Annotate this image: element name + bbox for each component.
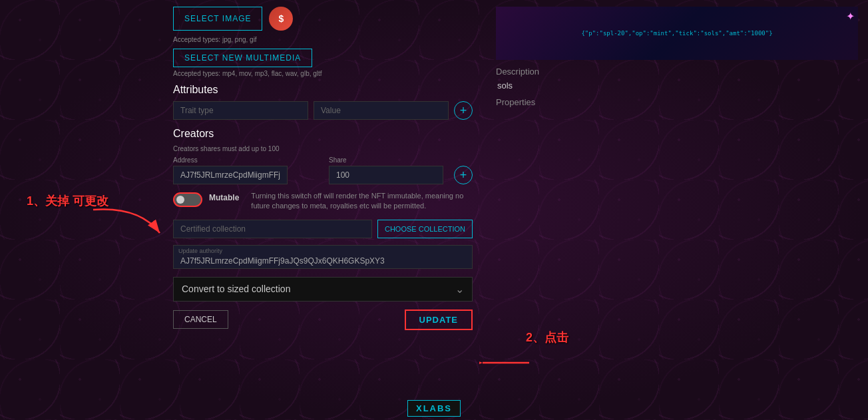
left-panel: SELECT IMAGE $ Accepted types: jpg, png,…	[0, 0, 486, 420]
update-authority-field: Update authority	[173, 245, 473, 269]
address-input[interactable]	[173, 166, 288, 184]
update-authority-label: Update authority	[178, 248, 222, 254]
properties-label: Properties	[496, 97, 858, 107]
mutable-description: Turning this switch off will render the …	[251, 191, 473, 212]
add-creator-button[interactable]: +	[454, 166, 473, 184]
address-label: Address	[173, 156, 324, 164]
nft-preview-text: {"p":"spl-20","op":"mint","tick":"sols",…	[578, 27, 775, 39]
share-input[interactable]	[329, 166, 443, 184]
certified-collection-input[interactable]	[173, 220, 372, 238]
add-attribute-button[interactable]: +	[454, 101, 473, 120]
nft-preview-image: {"p":"spl-20","op":"mint","tick":"sols",…	[496, 7, 858, 60]
share-field-wrap: Share	[329, 156, 449, 184]
address-field-wrap: Address	[173, 156, 324, 184]
creators-title: Creators	[173, 128, 473, 140]
annotation-2: 2、点击	[526, 329, 568, 345]
choose-collection-button[interactable]: CHOOSE COLLECTION	[377, 220, 473, 238]
attributes-title: Attributes	[173, 84, 473, 96]
action-row: CANCEL UPDATE	[173, 310, 473, 330]
mutable-label: Mutable	[209, 193, 239, 202]
creator-row: Address Share +	[173, 156, 473, 184]
value-input[interactable]	[314, 101, 449, 120]
xlabs-footer: XLABS	[407, 400, 461, 417]
description-value: sols	[496, 81, 858, 91]
description-label: Description	[496, 67, 858, 77]
update-button[interactable]: UPDATE	[405, 310, 473, 330]
chevron-down-icon: ⌄	[455, 283, 464, 296]
select-image-button[interactable]: SELECT IMAGE	[173, 7, 262, 31]
share-label: Share	[329, 156, 449, 164]
mutable-row: Mutable Turning this switch off will ren…	[173, 191, 473, 212]
creators-note: Creators shares must add up to 100	[173, 145, 473, 152]
collection-row: CHOOSE COLLECTION	[173, 220, 473, 238]
right-panel: {"p":"spl-20","op":"mint","tick":"sols",…	[486, 0, 868, 420]
select-image-row: SELECT IMAGE $	[173, 7, 473, 31]
coin-icon: $	[269, 7, 293, 31]
sparkle-icon: ✦	[846, 10, 855, 23]
update-authority-wrap: Update authority	[173, 245, 473, 269]
trait-type-input[interactable]	[173, 101, 308, 120]
cancel-button[interactable]: CANCEL	[173, 310, 228, 329]
mutable-toggle[interactable]	[173, 192, 202, 207]
xlabs-logo: XLABS	[407, 400, 461, 417]
accepted-image-types: Accepted types: jpg, png, gif	[173, 36, 473, 43]
convert-collection-row[interactable]: Convert to sized collection ⌄	[173, 277, 473, 302]
arrow-1-icon	[87, 203, 166, 243]
attributes-row: +	[173, 101, 473, 120]
accepted-multimedia-types: Accepted types: mp4, mov, mp3, flac, wav…	[173, 70, 473, 77]
select-multimedia-button[interactable]: SELECT NEW MULTIMEDIA	[173, 49, 312, 67]
arrow-2-icon	[479, 353, 533, 373]
toggle-track	[173, 192, 202, 207]
toggle-thumb	[176, 196, 184, 204]
convert-label: Convert to sized collection	[182, 284, 290, 294]
